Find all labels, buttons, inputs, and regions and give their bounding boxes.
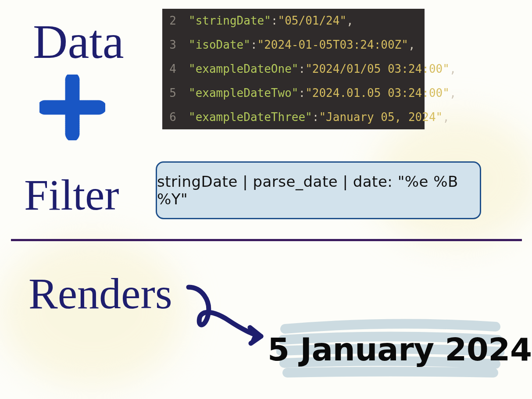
line-number: 6 bbox=[167, 105, 189, 129]
output-text: 5 January 2024 bbox=[268, 331, 532, 368]
plus-icon bbox=[39, 75, 105, 140]
filter-expression-box: stringDate | parse_date | date: "%e %B %… bbox=[156, 161, 481, 219]
renders-label: Renders bbox=[29, 272, 172, 316]
code-line: 6 "exampleDateThree":"January 05, 2024", bbox=[162, 105, 425, 129]
code-block: 2 "stringDate":"05/01/24", 3 "isoDate":"… bbox=[162, 9, 425, 129]
data-label: Data bbox=[33, 18, 124, 66]
line-number: 2 bbox=[167, 9, 189, 33]
code-line: 3 "isoDate":"2024-01-05T03:24:00Z", bbox=[162, 33, 425, 57]
divider bbox=[11, 239, 522, 241]
line-number: 5 bbox=[167, 81, 189, 105]
filter-expression: stringDate | parse_date | date: "%e %B %… bbox=[157, 173, 480, 208]
filter-label: Filter bbox=[24, 173, 119, 217]
arrow-icon bbox=[184, 278, 272, 349]
code-line: 4 "exampleDateOne":"2024/01/05 03:24:00"… bbox=[162, 57, 425, 81]
line-number: 3 bbox=[167, 33, 189, 57]
line-number: 4 bbox=[167, 57, 189, 81]
code-line: 2 "stringDate":"05/01/24", bbox=[162, 9, 425, 33]
code-line: 5 "exampleDateTwo":"2024.01.05 03:24:00"… bbox=[162, 81, 425, 105]
